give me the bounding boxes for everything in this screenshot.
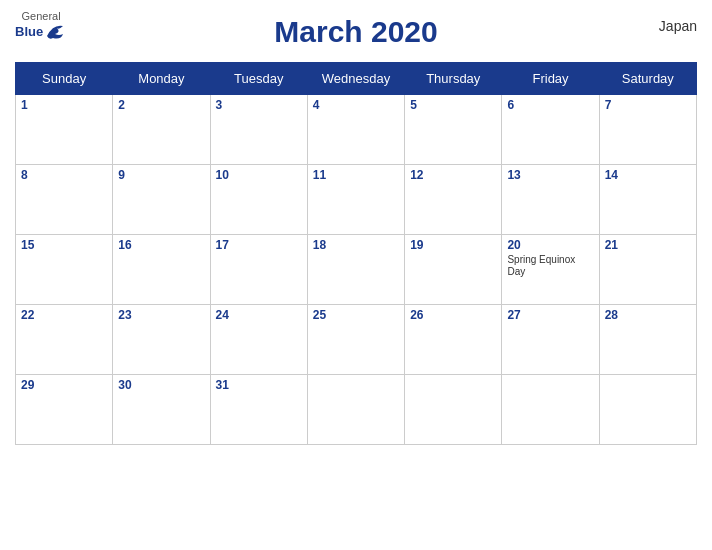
day-number: 17 [216, 238, 302, 252]
calendar-table: Sunday Monday Tuesday Wednesday Thursday… [15, 62, 697, 445]
calendar-day-cell [599, 375, 696, 445]
day-number: 30 [118, 378, 204, 392]
calendar-day-cell: 1 [16, 95, 113, 165]
day-number: 4 [313, 98, 399, 112]
month-title: March 2020 [274, 15, 437, 49]
logo-blue-text: Blue [15, 24, 43, 39]
calendar-day-cell: 20Spring Equinox Day [502, 235, 599, 305]
calendar-day-cell: 7 [599, 95, 696, 165]
calendar-day-cell: 3 [210, 95, 307, 165]
calendar-header: General Blue March 2020 Japan [15, 10, 697, 54]
logo-area: General Blue [15, 10, 67, 40]
calendar-day-cell: 21 [599, 235, 696, 305]
calendar-day-cell: 27 [502, 305, 599, 375]
calendar-day-cell: 19 [405, 235, 502, 305]
day-number: 24 [216, 308, 302, 322]
day-number: 25 [313, 308, 399, 322]
day-number: 2 [118, 98, 204, 112]
day-number: 31 [216, 378, 302, 392]
header-monday: Monday [113, 63, 210, 95]
logo-general-text: General [22, 10, 61, 22]
calendar-day-cell: 9 [113, 165, 210, 235]
calendar-day-cell: 22 [16, 305, 113, 375]
weekday-header-row: Sunday Monday Tuesday Wednesday Thursday… [16, 63, 697, 95]
calendar-week-row: 22232425262728 [16, 305, 697, 375]
calendar-day-cell: 6 [502, 95, 599, 165]
day-number: 14 [605, 168, 691, 182]
country-label: Japan [659, 18, 697, 34]
day-number: 19 [410, 238, 496, 252]
header-thursday: Thursday [405, 63, 502, 95]
calendar-day-cell [405, 375, 502, 445]
day-number: 21 [605, 238, 691, 252]
day-number: 27 [507, 308, 593, 322]
calendar-week-row: 151617181920Spring Equinox Day21 [16, 235, 697, 305]
day-number: 8 [21, 168, 107, 182]
day-number: 13 [507, 168, 593, 182]
calendar-container: General Blue March 2020 Japan Sunday Mon… [0, 0, 712, 550]
header-friday: Friday [502, 63, 599, 95]
day-number: 18 [313, 238, 399, 252]
day-number: 3 [216, 98, 302, 112]
calendar-day-cell: 25 [307, 305, 404, 375]
calendar-day-cell: 24 [210, 305, 307, 375]
calendar-day-cell: 31 [210, 375, 307, 445]
calendar-week-row: 891011121314 [16, 165, 697, 235]
calendar-day-cell: 5 [405, 95, 502, 165]
day-number: 12 [410, 168, 496, 182]
day-number: 28 [605, 308, 691, 322]
day-number: 6 [507, 98, 593, 112]
day-number: 5 [410, 98, 496, 112]
header-wednesday: Wednesday [307, 63, 404, 95]
day-number: 15 [21, 238, 107, 252]
day-number: 20 [507, 238, 593, 252]
holiday-label: Spring Equinox Day [507, 254, 593, 278]
day-number: 10 [216, 168, 302, 182]
calendar-week-row: 1234567 [16, 95, 697, 165]
logo-bird-icon [45, 22, 67, 40]
day-number: 29 [21, 378, 107, 392]
calendar-day-cell [307, 375, 404, 445]
calendar-day-cell: 10 [210, 165, 307, 235]
day-number: 22 [21, 308, 107, 322]
calendar-day-cell: 28 [599, 305, 696, 375]
header-tuesday: Tuesday [210, 63, 307, 95]
calendar-day-cell: 30 [113, 375, 210, 445]
calendar-day-cell [502, 375, 599, 445]
calendar-day-cell: 8 [16, 165, 113, 235]
calendar-day-cell: 11 [307, 165, 404, 235]
day-number: 7 [605, 98, 691, 112]
day-number: 11 [313, 168, 399, 182]
day-number: 23 [118, 308, 204, 322]
calendar-day-cell: 16 [113, 235, 210, 305]
day-number: 26 [410, 308, 496, 322]
calendar-day-cell: 17 [210, 235, 307, 305]
header-saturday: Saturday [599, 63, 696, 95]
calendar-day-cell: 13 [502, 165, 599, 235]
day-number: 16 [118, 238, 204, 252]
calendar-day-cell: 4 [307, 95, 404, 165]
header-sunday: Sunday [16, 63, 113, 95]
calendar-day-cell: 29 [16, 375, 113, 445]
calendar-week-row: 293031 [16, 375, 697, 445]
calendar-day-cell: 12 [405, 165, 502, 235]
calendar-day-cell: 14 [599, 165, 696, 235]
day-number: 1 [21, 98, 107, 112]
day-number: 9 [118, 168, 204, 182]
calendar-day-cell: 2 [113, 95, 210, 165]
calendar-day-cell: 18 [307, 235, 404, 305]
calendar-day-cell: 26 [405, 305, 502, 375]
calendar-day-cell: 15 [16, 235, 113, 305]
calendar-day-cell: 23 [113, 305, 210, 375]
